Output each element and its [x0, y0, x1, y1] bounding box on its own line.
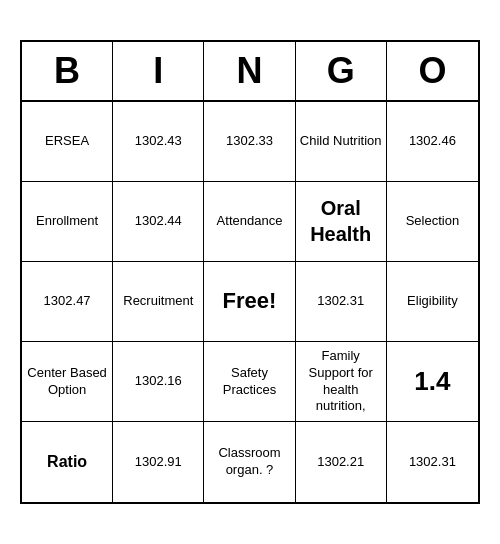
bingo-cell: Oral Health	[296, 182, 387, 262]
bingo-cell: Family Support for health nutrition,	[296, 342, 387, 423]
bingo-card: BINGO ERSEA1302.431302.33Child Nutrition…	[20, 40, 480, 505]
bingo-cell: Enrollment	[22, 182, 113, 262]
bingo-cell: Safety Practices	[204, 342, 295, 423]
bingo-cell: 1302.46	[387, 102, 478, 182]
header-letter: O	[387, 42, 478, 100]
bingo-cell: 1302.31	[387, 422, 478, 502]
bingo-cell: 1.4	[387, 342, 478, 423]
bingo-cell: 1302.21	[296, 422, 387, 502]
bingo-cell: 1302.91	[113, 422, 204, 502]
bingo-cell: 1302.16	[113, 342, 204, 423]
bingo-grid: ERSEA1302.431302.33Child Nutrition1302.4…	[22, 102, 478, 503]
bingo-cell: 1302.44	[113, 182, 204, 262]
bingo-cell: Center Based Option	[22, 342, 113, 423]
bingo-cell: 1302.31	[296, 262, 387, 342]
bingo-cell: 1302.43	[113, 102, 204, 182]
bingo-cell: 1302.33	[204, 102, 295, 182]
header-letter: B	[22, 42, 113, 100]
bingo-cell: Recruitment	[113, 262, 204, 342]
bingo-cell: Free!	[204, 262, 295, 342]
bingo-cell: Selection	[387, 182, 478, 262]
header-letter: G	[296, 42, 387, 100]
bingo-cell: Classroom organ. ?	[204, 422, 295, 502]
bingo-cell: 1302.47	[22, 262, 113, 342]
bingo-cell: Eligibility	[387, 262, 478, 342]
bingo-header: BINGO	[22, 42, 478, 102]
bingo-cell: Child Nutrition	[296, 102, 387, 182]
header-letter: I	[113, 42, 204, 100]
header-letter: N	[204, 42, 295, 100]
bingo-cell: Attendance	[204, 182, 295, 262]
bingo-cell: Ratio	[22, 422, 113, 502]
bingo-cell: ERSEA	[22, 102, 113, 182]
